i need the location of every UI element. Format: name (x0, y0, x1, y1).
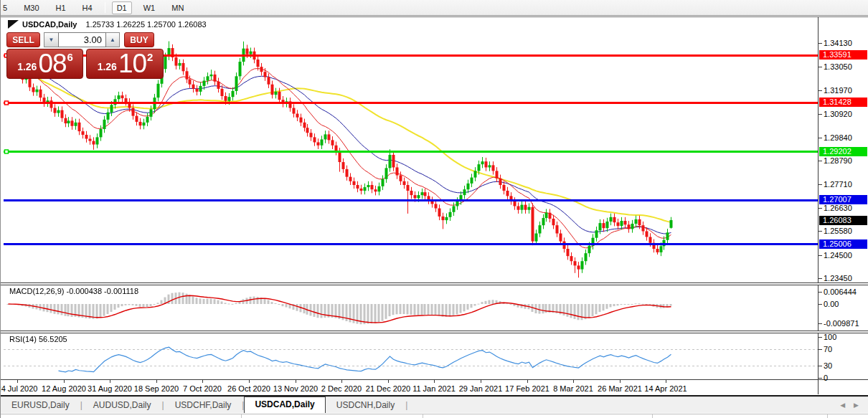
price-axis-label: 1.34130 (824, 39, 852, 47)
price-level-badge: 1.31428 (819, 98, 867, 107)
chart-tab-USDCHF[interactable]: USDCHF,Daily (164, 398, 242, 413)
rsi-panel-splitter[interactable] (1, 331, 868, 333)
tab-divider: | (405, 400, 407, 413)
rsi-tick (819, 349, 822, 350)
macd-current-values: -0.000438 -0.001118 (66, 287, 138, 295)
price-axis-label: 1.24500 (824, 251, 852, 260)
timeframe-toolbar: 5M30H1H4D1W1MN (1, 0, 868, 16)
date-tick (620, 380, 621, 383)
tabs-scroll-left-icon[interactable]: ◀ (840, 402, 845, 409)
chart-window: USDCAD,Daily 1.25733 1.26225 1.25700 1.2… (1, 16, 868, 396)
current-price-badge: 1.26083 (819, 216, 867, 225)
chart-symbol-label: USDCAD,Daily (22, 20, 77, 29)
rsi-tick (819, 378, 822, 379)
date-axis-label: 24 Jul 2020 (0, 384, 37, 393)
price-tick (819, 161, 822, 161)
date-axis-label: 26 Mar 2021 (598, 384, 642, 393)
price-tick (819, 278, 822, 279)
chart-tab-USDCNH[interactable]: USDCNH,Daily (326, 398, 405, 413)
date-axis-label: 26 Oct 2020 (227, 384, 270, 393)
date-tick (110, 380, 110, 383)
date-tick (64, 380, 65, 383)
mt4-terminal: 5M30H1H4D1W1MN USDCAD,Daily 1.25733 1.26… (0, 0, 868, 418)
volume-decrease-button[interactable]: ▼ (44, 32, 58, 47)
rsi-axis-label: 30 (824, 361, 832, 370)
date-axis-label: 14 Apr 2021 (644, 384, 687, 393)
rsi-axis-label: 100 (824, 333, 836, 341)
price-axis-label: 1.26630 (824, 204, 852, 212)
price-axis-label: 1.28790 (824, 156, 852, 165)
tabs-scroll-right-icon[interactable]: ▶ (854, 402, 859, 409)
price-level-badge: 1.27007 (819, 195, 867, 204)
chevron-down-icon: ▼ (49, 37, 55, 43)
date-tick (249, 380, 250, 383)
sell-price-prefix: 1.26 (17, 62, 37, 75)
date-tick (341, 380, 342, 383)
date-tick (156, 380, 157, 383)
one-click-trade-panel: SELL ▼ ▲ BUY 1.26 08 6 1.26 10 2 (6, 32, 164, 79)
rsi-current-value: 56.5205 (39, 335, 67, 343)
timeframe-button-5[interactable]: 5 (1, 1, 12, 14)
price-level-badge: 1.25006 (819, 239, 867, 249)
timeframe-button-D1[interactable]: D1 (112, 1, 132, 14)
date-tick (481, 380, 481, 383)
price-tick (819, 255, 822, 256)
price-axis-label: 1.25580 (824, 227, 852, 235)
date-tick (666, 380, 666, 383)
price-axis-label: 1.29840 (824, 133, 852, 142)
date-tick (17, 380, 18, 383)
price-axis-label: 1.31970 (824, 86, 852, 95)
buy-price-big: 10 (118, 53, 146, 75)
date-axis-label: 2 Dec 2020 (321, 384, 362, 393)
date-tick (202, 380, 203, 383)
timeframe-button-H1[interactable]: H1 (51, 1, 71, 14)
buy-price-tile[interactable]: 1.26 10 2 (86, 49, 164, 79)
macd-tick (819, 304, 822, 305)
chart-ohlc-values: 1.25733 1.26225 1.25700 1.26083 (85, 20, 206, 29)
one-click-trading-toggle-icon[interactable] (8, 20, 19, 29)
rsi-tick (819, 337, 822, 338)
date-axis-label: 29 Jan 2021 (459, 384, 503, 393)
price-tick (819, 231, 822, 232)
date-axis-label: 21 Dec 2020 (366, 384, 410, 393)
timeframe-button-MN[interactable]: MN (166, 1, 189, 14)
date-axis-label: 12 Aug 2020 (42, 384, 86, 393)
date-tick (388, 380, 389, 383)
macd-tick (819, 292, 822, 293)
price-tick (819, 184, 822, 185)
toolbar-separator (105, 2, 105, 13)
buy-price-prefix: 1.26 (98, 62, 117, 75)
date-tick (434, 380, 435, 383)
date-axis-label: 7 Oct 2020 (183, 384, 222, 393)
date-axis-label: 8 Mar 2021 (553, 384, 593, 393)
price-axis-label: 1.33050 (824, 62, 852, 71)
rsi-label: RSI(14) 56.5205 (9, 335, 67, 343)
timeframe-button-W1[interactable]: W1 (138, 1, 161, 14)
date-tick (527, 380, 528, 383)
rsi-indicator-canvas[interactable] (4, 335, 818, 379)
sell-price-pip: 6 (67, 52, 73, 62)
chart-tabs-bar: EURUSD,Daily|AUDUSD,Daily|USDCHF,Daily|U… (1, 396, 868, 413)
timeframe-button-M30[interactable]: M30 (19, 1, 44, 14)
price-tick (819, 138, 822, 138)
chart-tab-AUDUSD[interactable]: AUDUSD,Daily (82, 398, 162, 413)
price-tick (819, 43, 822, 44)
macd-name: MACD(12,26,9) (9, 287, 64, 295)
status-bar (1, 414, 868, 418)
sell-button[interactable]: SELL (6, 32, 40, 47)
date-axis-label: 18 Sep 2020 (134, 384, 179, 393)
rsi-name: RSI(14) (9, 335, 37, 343)
date-axis-label: 31 Aug 2020 (88, 384, 132, 393)
chart-tab-USDCAD[interactable]: USDCAD,Daily (244, 396, 325, 413)
macd-panel-splitter[interactable] (1, 282, 868, 285)
buy-button[interactable]: BUY (124, 32, 154, 47)
date-axis-label: 13 Nov 2020 (273, 384, 318, 393)
timeframe-button-H4[interactable]: H4 (77, 1, 98, 14)
chart-tab-EURUSD[interactable]: EURUSD,Daily (1, 398, 80, 413)
volume-input[interactable] (58, 32, 106, 47)
sell-price-tile[interactable]: 1.26 08 6 (6, 49, 83, 79)
price-axis-label: 1.27710 (824, 180, 852, 189)
volume-increase-button[interactable]: ▲ (106, 32, 120, 47)
chart-title: USDCAD,Daily 1.25733 1.26225 1.25700 1.2… (22, 20, 207, 29)
date-tick (296, 380, 296, 383)
